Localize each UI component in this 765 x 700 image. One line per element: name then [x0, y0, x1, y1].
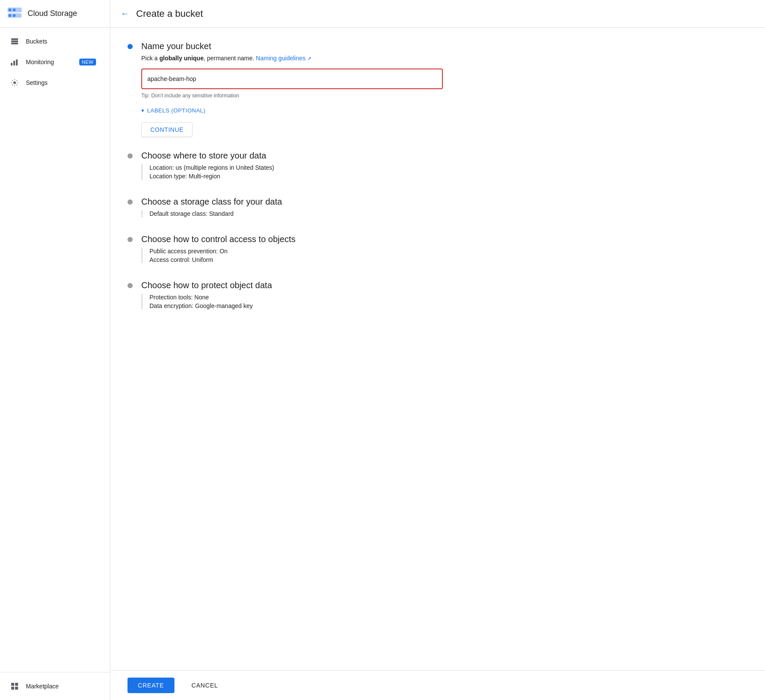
svg-rect-10 — [11, 63, 12, 65]
svg-rect-11 — [13, 61, 15, 65]
sidebar-item-monitoring[interactable]: Monitoring NEW — [0, 52, 106, 72]
sidebar-item-label-monitoring: Monitoring — [26, 59, 72, 65]
section-title-access-control: Choose how to control access to objects — [141, 234, 748, 244]
page-title: Create a bucket — [136, 8, 203, 19]
section-storage-class-detail-0: Default storage class: Standard — [149, 210, 748, 217]
sidebar-item-label-buckets: Buckets — [26, 38, 96, 45]
sidebar-nav: Buckets Monitoring NEW — [0, 28, 110, 672]
svg-rect-9 — [11, 43, 18, 44]
section-protection-content: Choose how to protect object data Protec… — [141, 280, 748, 313]
sidebar: Buckets Monitoring NEW — [0, 28, 110, 700]
sidebar-item-label-settings: Settings — [26, 79, 96, 86]
cloud-storage-icon — [7, 6, 22, 22]
main-header: ← Create a bucket — [110, 0, 765, 27]
naming-guidelines-link[interactable]: Naming guidelines ↗ — [256, 55, 311, 62]
top-bar: Cloud Storage ← Create a bucket — [0, 0, 765, 28]
bucket-icon — [10, 37, 19, 46]
section-bullet-protection — [128, 283, 133, 288]
section-protection-detail-0: Protection tools: None — [149, 294, 748, 301]
section-storage-class-details: Default storage class: Standard — [141, 210, 748, 217]
section-storage-class: Choose a storage class for your data Def… — [128, 197, 748, 221]
sidebar-item-buckets[interactable]: Buckets — [0, 31, 106, 52]
labels-toggle-label: LABELS (OPTIONAL) — [147, 107, 206, 114]
section-location: Choose where to store your data Location… — [128, 151, 748, 183]
section-location-content: Choose where to store your data Location… — [141, 151, 748, 183]
section-protection-detail-1: Data encryption: Google-managed key — [149, 302, 748, 309]
section-bullet-name — [128, 44, 133, 49]
section-access-control-detail-1: Access control: Uniform — [149, 256, 748, 263]
section-title-protection: Choose how to protect object data — [141, 280, 748, 290]
svg-rect-16 — [11, 687, 14, 690]
svg-rect-12 — [16, 59, 18, 65]
section-access-control-content: Choose how to control access to objects … — [141, 234, 748, 267]
bucket-name-input[interactable] — [141, 68, 443, 89]
section-title-location: Choose where to store your data — [141, 151, 748, 161]
main-content: Name your bucket Pick a globally unique,… — [110, 28, 765, 670]
section-location-detail-1: Location type: Multi-region — [149, 173, 748, 180]
marketplace-icon — [10, 682, 19, 691]
monitoring-icon — [10, 58, 19, 66]
svg-rect-6 — [13, 14, 16, 17]
sidebar-footer: Marketplace — [0, 672, 110, 700]
svg-rect-2 — [9, 9, 11, 11]
chevron-down-icon: ▾ — [141, 107, 145, 114]
bottom-bar: CREATE CANCEL — [110, 670, 765, 700]
create-button[interactable]: CREATE — [128, 678, 174, 693]
section-title-storage-class: Choose a storage class for your data — [141, 197, 748, 207]
section-access-control-details: Public access prevention: On Access cont… — [141, 248, 748, 263]
section-bullet-location — [128, 153, 133, 159]
section-access-control: Choose how to control access to objects … — [128, 234, 748, 267]
section-storage-class-content: Choose a storage class for your data Def… — [141, 197, 748, 221]
labels-toggle[interactable]: ▾ LABELS (OPTIONAL) — [141, 107, 748, 114]
external-link-icon: ↗ — [307, 56, 311, 62]
section-bullet-access-control — [128, 237, 133, 242]
input-tip: Tip: Don't include any sensitive informa… — [141, 93, 748, 99]
section-name: Name your bucket Pick a globally unique,… — [128, 41, 748, 137]
section-location-detail-0: Location: us (multiple regions in United… — [149, 164, 748, 171]
continue-button[interactable]: CONTINUE — [141, 122, 193, 137]
sidebar-item-settings[interactable]: Settings — [0, 72, 106, 93]
section-access-control-detail-0: Public access prevention: On — [149, 248, 748, 255]
section-title-name: Name your bucket — [141, 41, 748, 51]
svg-rect-5 — [9, 14, 11, 17]
sidebar-header: Cloud Storage — [0, 0, 110, 27]
sidebar-item-label-marketplace: Marketplace — [26, 683, 96, 690]
svg-point-13 — [13, 81, 16, 84]
settings-icon — [10, 78, 19, 87]
sidebar-item-marketplace[interactable]: Marketplace — [0, 676, 106, 697]
new-badge: NEW — [79, 59, 96, 65]
svg-rect-3 — [13, 9, 16, 11]
svg-rect-14 — [11, 683, 14, 686]
app-title: Cloud Storage — [28, 9, 77, 18]
svg-rect-8 — [11, 40, 18, 42]
svg-rect-7 — [11, 38, 18, 40]
section-bullet-storage-class — [128, 199, 133, 205]
layout: Buckets Monitoring NEW — [0, 28, 765, 700]
section-name-content: Name your bucket Pick a globally unique,… — [141, 41, 748, 137]
section-subtitle-name: Pick a globally unique, permanent name. … — [141, 55, 748, 62]
section-location-details: Location: us (multiple regions in United… — [141, 164, 748, 180]
cancel-button[interactable]: CANCEL — [181, 678, 229, 693]
svg-rect-17 — [15, 687, 18, 690]
section-protection-details: Protection tools: None Data encryption: … — [141, 294, 748, 309]
section-protection: Choose how to protect object data Protec… — [128, 280, 748, 313]
back-button[interactable]: ← — [121, 9, 129, 19]
svg-rect-15 — [15, 683, 18, 686]
